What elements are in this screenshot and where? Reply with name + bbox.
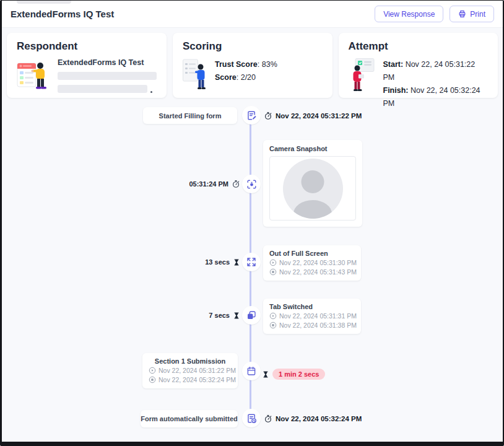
form-clock-icon bbox=[246, 413, 258, 424]
section-node bbox=[242, 362, 261, 380]
fullscreen-event-card: Out of Full Screen Nov 22, 2024 05:31:30… bbox=[263, 245, 361, 281]
play-circle-icon bbox=[149, 367, 156, 374]
page-title: ExtendedForms IQ Test bbox=[11, 9, 114, 19]
activity-timeline: Started Filling form Nov 22, 2024 05:31:… bbox=[2, 98, 503, 436]
started-timestamp: Nov 22, 2024 05:31:22 PM bbox=[264, 107, 362, 124]
calendar-icon bbox=[246, 365, 257, 377]
tab-switch-duration: 7 secs bbox=[175, 307, 240, 323]
page-header: ExtendedForms IQ Test View Response Prin… bbox=[2, 1, 503, 28]
stopwatch-icon bbox=[264, 414, 272, 423]
camera-node bbox=[242, 175, 261, 193]
submitted-timestamp: Nov 22, 2024 05:32:24 PM bbox=[264, 410, 362, 427]
browser-tabs-icon bbox=[246, 310, 257, 321]
play-circle-icon bbox=[269, 259, 277, 266]
attempt-card-title: Attempt bbox=[349, 40, 489, 53]
view-response-label: View Response bbox=[383, 10, 435, 19]
attempt-card: Attempt bbox=[339, 33, 498, 98]
trust-score-label: Trust Score bbox=[215, 60, 258, 69]
play-circle-icon bbox=[269, 312, 277, 320]
scoring-card-title: Scoring bbox=[183, 40, 323, 53]
started-filling-form-card: Started Filling form bbox=[143, 107, 237, 124]
hourglass-icon bbox=[233, 258, 240, 266]
tab-switch-event-title: Tab Switched bbox=[269, 303, 355, 310]
fullscreen-event-title: Out of Full Screen bbox=[269, 250, 355, 257]
browser-tab-remnant bbox=[17, 1, 71, 4]
section-duration: 1 min 2 secs bbox=[262, 366, 325, 382]
tab-switch-start-time: Nov 22, 2024 05:31:31 PM bbox=[279, 312, 357, 320]
tab-switch-node bbox=[242, 306, 261, 325]
form-edit-node bbox=[242, 106, 261, 125]
view-response-button[interactable]: View Response bbox=[375, 6, 443, 22]
form-submitted-card: Form automatically submitted bbox=[141, 410, 238, 427]
stopwatch-icon bbox=[232, 180, 240, 188]
started-filling-form-label: Started Filling form bbox=[159, 112, 222, 120]
stopwatch-icon bbox=[264, 112, 272, 120]
attempt-start-label: Start: bbox=[383, 60, 404, 69]
duration-badge: 1 min 2 secs bbox=[272, 369, 325, 380]
camera-snapshot-card: Camera Snapshot bbox=[263, 140, 362, 227]
respondent-card-title: Respondent bbox=[17, 40, 157, 53]
score-label: Score bbox=[215, 73, 237, 82]
section-submission-title: Section 1 Submission bbox=[149, 357, 232, 365]
header-actions: View Response Print bbox=[375, 6, 494, 22]
respondent-card: Respondent bbox=[7, 33, 167, 98]
summary-cards: Respondent bbox=[7, 33, 498, 98]
exit-fullscreen-icon bbox=[246, 256, 257, 268]
stop-circle-icon bbox=[149, 376, 156, 383]
form-submitted-label: Form automatically submitted bbox=[141, 415, 237, 422]
section-end-time: Nov 22, 2024 05:32:24 PM bbox=[159, 376, 236, 383]
camera-time: 05:31:24 PM bbox=[169, 175, 240, 193]
scoring-illustration-icon bbox=[183, 58, 206, 92]
stop-circle-icon bbox=[269, 321, 277, 329]
app-window: ExtendedForms IQ Test View Response Prin… bbox=[0, 0, 504, 446]
camera-snapshot-title: Camera Snapshot bbox=[269, 145, 356, 152]
tab-switch-event-card: Tab Switched Nov 22, 2024 05:31:31 PM No… bbox=[263, 299, 361, 334]
respondent-form-name: ExtendedForms IQ Test bbox=[58, 58, 157, 67]
fullscreen-end-time: Nov 22, 2024 05:31:43 PM bbox=[279, 268, 357, 276]
form-edit-icon bbox=[246, 110, 258, 121]
hourglass-icon bbox=[233, 312, 240, 320]
attempt-finish-label: Finish: bbox=[383, 86, 409, 95]
fullscreen-duration: 13 secs bbox=[175, 254, 240, 270]
scoring-card: Scoring bbox=[173, 33, 332, 98]
fullscreen-node bbox=[242, 253, 261, 271]
print-label: Print bbox=[470, 10, 485, 19]
fullscreen-start-time: Nov 22, 2024 05:31:30 PM bbox=[279, 259, 357, 266]
printer-icon bbox=[458, 10, 466, 18]
attempt-illustration-icon bbox=[349, 58, 375, 92]
camera-snapshot-image bbox=[269, 156, 356, 221]
score-value: : 2/20 bbox=[237, 73, 256, 82]
tab-switch-end-time: Nov 22, 2024 05:31:38 PM bbox=[279, 321, 357, 329]
print-button[interactable]: Print bbox=[450, 6, 494, 22]
hourglass-icon bbox=[262, 370, 269, 378]
trust-score-value: : 83% bbox=[258, 60, 277, 69]
respondent-illustration-icon bbox=[17, 58, 49, 93]
redacted-email-bar bbox=[58, 85, 147, 93]
stop-circle-icon bbox=[269, 268, 277, 276]
redacted-name-bar bbox=[58, 72, 157, 80]
avatar-placeholder-icon bbox=[283, 159, 343, 219]
camera-capture-icon bbox=[246, 178, 258, 190]
section-submission-card: Section 1 Submission Nov 22, 2024 05:31:… bbox=[142, 353, 238, 388]
section-start-time: Nov 22, 2024 05:31:22 PM bbox=[159, 367, 236, 374]
form-submitted-node bbox=[242, 409, 261, 427]
